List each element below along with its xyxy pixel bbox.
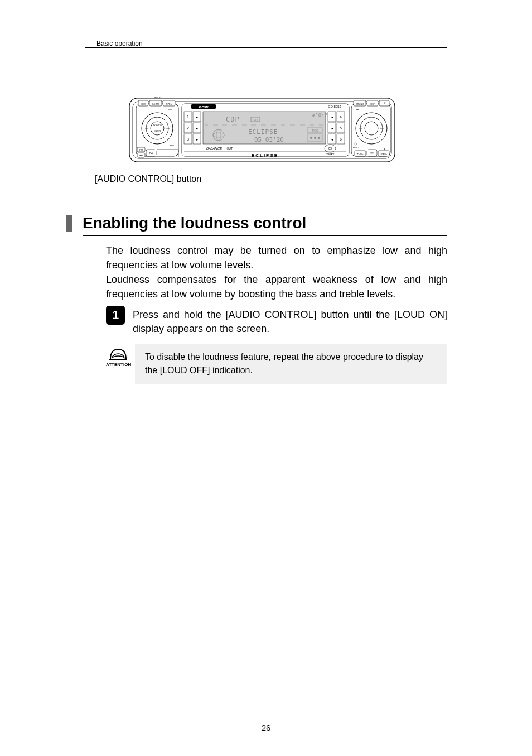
svg-text:EQ: EQ [253, 118, 257, 122]
svg-text:AM: AM [139, 154, 143, 157]
svg-text:2: 2 [187, 126, 189, 130]
svg-text:DISP: DISP [370, 103, 375, 105]
section-marker [66, 215, 72, 232]
attention-label: ATTENTION [106, 362, 130, 367]
svg-point-82 [365, 122, 378, 135]
svg-text:ECLIPSE: ECLIPSE [248, 128, 278, 136]
open-btn-label: OPEN [166, 103, 172, 105]
section-paragraph-1: The loudness control may be turned on to… [106, 243, 447, 272]
icom-btn-label: I-COM [152, 103, 159, 105]
section-title: Enabling the loudness control [83, 214, 306, 232]
section-underline [83, 235, 447, 236]
attention-text: To disable the loudness feature, repeat … [135, 344, 447, 384]
svg-text:5: 5 [340, 126, 342, 130]
svg-text:◂: ◂ [331, 138, 333, 141]
svg-text:CDP: CDP [226, 115, 240, 123]
svg-text:TRACK: TRACK [380, 153, 388, 155]
svg-point-50 [310, 137, 312, 139]
svg-text:◂: ◂ [331, 127, 333, 130]
svg-text:▸: ▸ [196, 115, 198, 119]
svg-text:▸: ▸ [196, 138, 198, 141]
svg-point-52 [318, 137, 320, 139]
step-number-1: 1 [106, 306, 125, 325]
svg-text:PW: PW [149, 152, 153, 155]
svg-text:COMPACT: COMPACT [326, 153, 335, 156]
svg-text:1: 1 [187, 115, 189, 119]
svg-text:3: 3 [187, 137, 189, 141]
section-paragraph-2: Loudness compensates for the apparent we… [106, 272, 447, 301]
svg-text:∧: ∧ [383, 102, 385, 105]
svg-text:FUNC: FUNC [357, 152, 363, 155]
svg-text:RESET: RESET [353, 147, 359, 149]
svg-text:ECLIPSE: ECLIPSE [252, 153, 278, 158]
svg-text:ENTER: ENTER [154, 130, 161, 132]
vol-label: VOL [168, 108, 173, 111]
header-rule [85, 47, 447, 48]
svg-text:⊕10:23: ⊕10:23 [312, 113, 331, 118]
diagram-caption: [AUDIO CONTROL] button [95, 174, 201, 184]
svg-text:ESN: ESN [170, 144, 174, 147]
page-number: 26 [0, 723, 532, 733]
svg-text:SEL: SEL [356, 108, 360, 111]
svg-text:POS: POS [312, 129, 318, 132]
step-text-1: Press and hold the [AUDIO CONTROL] butto… [133, 308, 447, 336]
svg-point-51 [314, 137, 316, 139]
attention-icon: ATTENTION [106, 345, 130, 367]
svg-text:RTN: RTN [370, 152, 374, 155]
svg-text:◂: ◂ [331, 115, 333, 119]
svg-text:05  03'20: 05 03'20 [254, 136, 284, 143]
svg-text:FM: FM [139, 148, 143, 151]
disc-btn-label: DISC [141, 103, 146, 105]
svg-text:4: 4 [340, 115, 342, 119]
svg-text:BALANCE: BALANCE [206, 147, 223, 150]
svg-text:SOUND: SOUND [356, 103, 364, 105]
svg-text:∨: ∨ [383, 147, 385, 150]
device-diagram: DISC I-COM OPEN MUTE VOL PX MODE ENTER E… [128, 94, 396, 166]
svg-text:CD 8053: CD 8053 [328, 105, 341, 108]
mute-label: MUTE [154, 96, 161, 99]
svg-point-8 [151, 122, 164, 135]
svg-text:PX MODE: PX MODE [153, 124, 162, 127]
svg-text:E-COM: E-COM [199, 105, 209, 109]
svg-text:·OUT: ·OUT [226, 147, 233, 150]
svg-text:6: 6 [340, 137, 342, 141]
svg-text:▸: ▸ [196, 127, 198, 130]
